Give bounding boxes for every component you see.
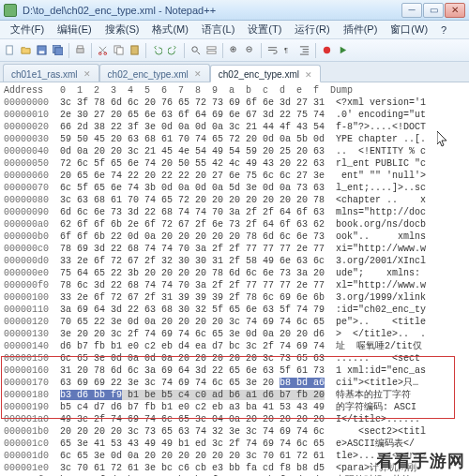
hex-row: 00000060 20 65 6e 74 22 20 22 22 20 27 6… bbox=[4, 171, 426, 181]
svg-rect-11 bbox=[131, 46, 138, 54]
show-all-icon[interactable]: ¶ bbox=[281, 43, 295, 57]
menu-macro[interactable]: 运行(R) bbox=[288, 21, 336, 38]
menu-edit[interactable]: 编辑(E) bbox=[51, 21, 98, 38]
redo-icon[interactable] bbox=[166, 43, 180, 57]
hex-row: 000001e0 3c 70 61 72 61 3e bc c6 cb e3 b… bbox=[4, 463, 416, 473]
hex-row: 00000070 6c 5f 65 6e 74 3b 0d 0a 0d 0a 5… bbox=[4, 183, 426, 193]
maximize-button[interactable]: ▭ bbox=[423, 3, 444, 18]
svg-point-8 bbox=[104, 52, 107, 55]
undo-icon[interactable] bbox=[150, 43, 164, 57]
svg-rect-6 bbox=[78, 46, 83, 49]
save-all-icon[interactable] bbox=[51, 43, 65, 57]
hex-row: 00000150 6c 65 3e 0d 0a 0d 0a 20 20 20 2… bbox=[4, 353, 420, 364]
menu-search[interactable]: 搜索(S) bbox=[98, 21, 146, 38]
minimize-button[interactable]: ─ bbox=[401, 3, 422, 18]
svg-rect-14 bbox=[207, 51, 216, 53]
open-file-icon[interactable] bbox=[19, 43, 33, 57]
toolbar-separator bbox=[68, 43, 69, 58]
toolbar: ¶ bbox=[0, 39, 469, 62]
tab-close-icon[interactable]: ✕ bbox=[83, 69, 91, 79]
hex-row: 00000010 2e 30 27 20 65 6e 63 6f 64 69 6… bbox=[4, 110, 426, 120]
hex-row: 000000c0 78 69 3d 22 68 74 74 70 3a 2f 2… bbox=[4, 244, 426, 254]
svg-point-12 bbox=[192, 47, 198, 52]
menu-window[interactable]: 窗口(W) bbox=[384, 21, 434, 38]
hex-row: 00000030 59 50 45 20 63 68 61 70 74 65 7… bbox=[4, 134, 426, 144]
menu-language[interactable]: 语言(L) bbox=[195, 21, 241, 38]
svg-rect-13 bbox=[207, 47, 216, 50]
zoom-in-icon[interactable] bbox=[227, 43, 241, 57]
hex-row: 00000090 6d 6c 6e 73 3d 22 68 74 74 70 3… bbox=[4, 207, 426, 217]
svg-point-18 bbox=[324, 47, 330, 53]
svg-rect-10 bbox=[117, 48, 123, 54]
indent-icon[interactable] bbox=[297, 43, 311, 57]
tab-close-icon[interactable]: ✕ bbox=[194, 69, 202, 79]
hex-row: 00000110 3a 69 64 3d 22 63 68 30 32 5f 6… bbox=[4, 305, 426, 315]
record-macro-icon[interactable] bbox=[320, 43, 334, 57]
paste-icon[interactable] bbox=[128, 43, 142, 57]
app-icon bbox=[4, 4, 17, 17]
window-titlebar: D:\to_del\ch02_enc_type.xml - Notepad++ … bbox=[0, 0, 469, 21]
hex-row: 000000b0 6f 6f 6b 22 0d 0a 20 20 20 20 2… bbox=[4, 231, 426, 242]
save-icon[interactable] bbox=[35, 43, 49, 57]
window-controls: ─ ▭ ✕ bbox=[401, 3, 465, 18]
document-tab[interactable]: ch02_enc_type.xml✕ bbox=[99, 64, 210, 82]
search-icon[interactable] bbox=[189, 43, 203, 57]
menu-settings[interactable]: 设置(T) bbox=[241, 21, 288, 38]
hex-header: Address 0 1 2 3 4 5 6 7 8 9 a b c d e f … bbox=[4, 84, 469, 97]
new-file-icon[interactable] bbox=[3, 43, 17, 57]
toolbar-separator bbox=[91, 43, 92, 58]
svg-rect-4 bbox=[55, 48, 63, 55]
toolbar-separator bbox=[184, 43, 185, 58]
hex-row: 00000120 70 65 22 3e 0d 0a 20 20 20 20 3… bbox=[4, 317, 426, 327]
hex-editor-content[interactable]: Address 0 1 2 3 4 5 6 7 8 9 a b c d e f … bbox=[0, 82, 469, 476]
hex-row: 000001b0 20 20 20 20 3c 73 65 63 74 32 3… bbox=[4, 426, 426, 437]
tab-close-icon[interactable]: ✕ bbox=[305, 70, 312, 80]
hex-row: 00000130 3e 20 20 3c 2f 74 69 74 6c 65 3… bbox=[4, 329, 426, 339]
zoom-out-icon[interactable] bbox=[243, 43, 257, 57]
hex-row: 00000160 31 20 78 6d 6c 3a 69 64 3d 22 6… bbox=[4, 365, 426, 376]
toolbar-separator bbox=[222, 43, 223, 58]
menu-help[interactable]: ? bbox=[434, 22, 453, 37]
hex-row: 00000170 63 69 69 22 3e 3c 74 69 74 6c 6… bbox=[4, 378, 418, 388]
menu-plugins[interactable]: 插件(P) bbox=[337, 21, 385, 38]
tab-bar: ch01e1_ras.xml✕ch02_enc_type.xml✕ch02_en… bbox=[0, 62, 469, 82]
hex-row: 000000d0 33 2e 6f 72 67 2f 32 30 30 31 2… bbox=[4, 256, 426, 266]
toolbar-separator bbox=[145, 43, 146, 58]
hex-row: 00000080 3c 63 68 61 70 74 65 72 20 20 2… bbox=[4, 195, 426, 205]
hex-row: 000000e0 75 64 65 22 3b 20 20 20 20 78 6… bbox=[4, 268, 426, 278]
watermark-text: 看看手游网 bbox=[376, 450, 465, 472]
svg-rect-2 bbox=[39, 51, 45, 53]
hex-row: 000001a0 49 3c 2f 74 69 74 6c 65 3e 04 0… bbox=[4, 414, 426, 424]
toolbar-separator bbox=[315, 43, 316, 58]
hex-row: 000001c0 65 3e 41 53 43 49 49 b1 ed 3c 2… bbox=[4, 439, 415, 449]
svg-point-7 bbox=[98, 52, 101, 55]
hex-row: 000000f0 78 6c 3d 22 68 74 74 70 3a 2f 2… bbox=[4, 280, 426, 290]
svg-rect-0 bbox=[7, 46, 12, 54]
document-tab[interactable]: ch01e1_ras.xml✕ bbox=[3, 64, 99, 82]
menu-bar: 文件(F) 编辑(E) 搜索(S) 格式(M) 语言(L) 设置(T) 运行(R… bbox=[0, 21, 469, 39]
hex-row: 00000190 b5 c4 d7 d6 b7 fb b1 e0 c2 eb a… bbox=[4, 402, 416, 412]
svg-rect-5 bbox=[77, 49, 83, 53]
hex-row: 00000020 66 2d 38 22 3f 3e 0d 0a 0d 0a 3… bbox=[4, 122, 426, 132]
menu-view[interactable]: 格式(M) bbox=[145, 21, 195, 38]
svg-text:¶: ¶ bbox=[284, 46, 288, 54]
play-macro-icon[interactable] bbox=[336, 43, 350, 57]
hex-row: 00000140 d6 b7 fb b1 e0 c2 eb d4 ea d7 b… bbox=[4, 341, 422, 351]
toolbar-separator bbox=[261, 43, 262, 58]
hex-row: 000000a0 62 6f 6f 6b 2e 6f 72 67 2f 6e 7… bbox=[4, 219, 426, 230]
window-title: D:\to_del\ch02_enc_type.xml - Notepad++ bbox=[23, 5, 401, 16]
hex-row: 00000050 72 6c 5f 65 6e 74 20 50 55 42 4… bbox=[4, 158, 426, 169]
copy-icon[interactable] bbox=[112, 43, 126, 57]
hex-row: 00000040 0d 0a 20 20 3c 21 45 4e 54 49 5… bbox=[4, 146, 426, 156]
print-icon[interactable] bbox=[73, 43, 87, 57]
replace-icon[interactable] bbox=[204, 43, 219, 57]
hex-row: 00000180 b3 d6 bb f9 b1 be b5 c4 c0 ad b… bbox=[4, 390, 411, 400]
menu-file[interactable]: 文件(F) bbox=[4, 21, 51, 38]
hex-row: 00000000 3c 3f 78 6d 6c 20 76 65 72 73 6… bbox=[4, 97, 426, 108]
close-button[interactable]: ✕ bbox=[445, 3, 465, 18]
document-tab[interactable]: ch02_enc_type.xml✕ bbox=[210, 65, 321, 82]
wordwrap-icon[interactable] bbox=[265, 43, 280, 57]
hex-row: 00000100 33 2e 6f 72 67 2f 31 39 39 39 2… bbox=[4, 292, 426, 303]
hex-row: 000001d0 6c 65 3e 0d 0a 20 20 20 20 20 2… bbox=[4, 451, 426, 461]
cut-icon[interactable] bbox=[96, 43, 110, 57]
